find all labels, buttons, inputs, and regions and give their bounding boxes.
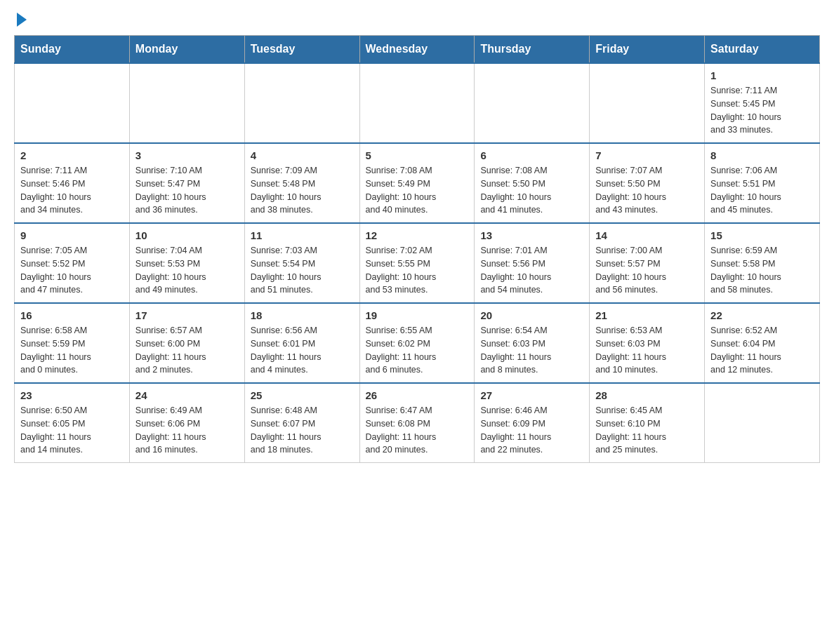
day-number: 25 [251, 389, 354, 401]
day-info: Sunrise: 6:53 AMSunset: 6:03 PMDaylight:… [595, 324, 699, 377]
day-info: Sunrise: 7:01 AMSunset: 5:56 PMDaylight:… [480, 244, 583, 297]
calendar-cell: 12Sunrise: 7:02 AMSunset: 5:55 PMDayligh… [359, 223, 475, 303]
day-info: Sunrise: 6:56 AMSunset: 6:01 PMDaylight:… [251, 324, 354, 377]
day-number: 15 [710, 229, 814, 241]
weekday-header-monday: Monday [129, 36, 244, 64]
day-number: 5 [366, 149, 469, 161]
calendar-cell: 9Sunrise: 7:05 AMSunset: 5:52 PMDaylight… [15, 223, 130, 303]
day-number: 12 [366, 229, 469, 241]
day-number: 21 [595, 309, 699, 321]
day-info: Sunrise: 6:52 AMSunset: 6:04 PMDaylight:… [710, 324, 814, 377]
calendar-cell [705, 383, 820, 463]
day-number: 27 [480, 389, 583, 401]
day-info: Sunrise: 7:06 AMSunset: 5:51 PMDaylight:… [710, 164, 814, 217]
day-info: Sunrise: 7:07 AMSunset: 5:50 PMDaylight:… [595, 164, 699, 217]
day-number: 24 [135, 389, 239, 401]
day-number: 23 [20, 389, 124, 401]
day-info: Sunrise: 6:55 AMSunset: 6:02 PMDaylight:… [366, 324, 469, 377]
day-number: 6 [480, 149, 583, 161]
day-info: Sunrise: 7:00 AMSunset: 5:57 PMDaylight:… [595, 244, 699, 297]
calendar-cell: 4Sunrise: 7:09 AMSunset: 5:48 PMDaylight… [244, 143, 359, 223]
weekday-header-wednesday: Wednesday [359, 36, 475, 64]
day-number: 1 [710, 69, 814, 81]
day-number: 20 [480, 309, 583, 321]
page-header [14, 14, 820, 28]
week-row-4: 16Sunrise: 6:58 AMSunset: 5:59 PMDayligh… [15, 303, 820, 383]
day-number: 16 [20, 309, 124, 321]
day-number: 10 [135, 229, 239, 241]
day-info: Sunrise: 6:46 AMSunset: 6:09 PMDaylight:… [480, 404, 583, 457]
day-info: Sunrise: 7:08 AMSunset: 5:50 PMDaylight:… [480, 164, 583, 217]
day-number: 8 [710, 149, 814, 161]
day-number: 2 [20, 149, 124, 161]
day-number: 28 [595, 389, 699, 401]
week-row-3: 9Sunrise: 7:05 AMSunset: 5:52 PMDaylight… [15, 223, 820, 303]
calendar-cell: 20Sunrise: 6:54 AMSunset: 6:03 PMDayligh… [475, 303, 590, 383]
day-info: Sunrise: 7:11 AMSunset: 5:46 PMDaylight:… [20, 164, 124, 217]
weekday-header-saturday: Saturday [705, 36, 820, 64]
day-info: Sunrise: 6:48 AMSunset: 6:07 PMDaylight:… [251, 404, 354, 457]
calendar-cell: 13Sunrise: 7:01 AMSunset: 5:56 PMDayligh… [475, 223, 590, 303]
day-info: Sunrise: 6:47 AMSunset: 6:08 PMDaylight:… [366, 404, 469, 457]
day-info: Sunrise: 7:08 AMSunset: 5:49 PMDaylight:… [366, 164, 469, 217]
weekday-header-tuesday: Tuesday [244, 36, 359, 64]
calendar-cell: 26Sunrise: 6:47 AMSunset: 6:08 PMDayligh… [359, 383, 475, 463]
week-row-1: 1Sunrise: 7:11 AMSunset: 5:45 PMDaylight… [15, 63, 820, 143]
day-info: Sunrise: 7:09 AMSunset: 5:48 PMDaylight:… [251, 164, 354, 217]
calendar-cell: 21Sunrise: 6:53 AMSunset: 6:03 PMDayligh… [590, 303, 705, 383]
day-info: Sunrise: 6:57 AMSunset: 6:00 PMDaylight:… [135, 324, 239, 377]
day-info: Sunrise: 6:50 AMSunset: 6:05 PMDaylight:… [20, 404, 124, 457]
day-number: 7 [595, 149, 699, 161]
day-info: Sunrise: 6:49 AMSunset: 6:06 PMDaylight:… [135, 404, 239, 457]
day-number: 13 [480, 229, 583, 241]
day-number: 11 [251, 229, 354, 241]
calendar-cell [359, 63, 475, 143]
week-row-2: 2Sunrise: 7:11 AMSunset: 5:46 PMDaylight… [15, 143, 820, 223]
calendar-cell: 15Sunrise: 6:59 AMSunset: 5:58 PMDayligh… [705, 223, 820, 303]
day-info: Sunrise: 6:58 AMSunset: 5:59 PMDaylight:… [20, 324, 124, 377]
calendar-cell: 5Sunrise: 7:08 AMSunset: 5:49 PMDaylight… [359, 143, 475, 223]
weekday-header-thursday: Thursday [475, 36, 590, 64]
day-number: 3 [135, 149, 239, 161]
calendar-cell: 22Sunrise: 6:52 AMSunset: 6:04 PMDayligh… [705, 303, 820, 383]
logo-arrow-icon [17, 13, 27, 27]
calendar-cell: 8Sunrise: 7:06 AMSunset: 5:51 PMDaylight… [705, 143, 820, 223]
calendar-cell: 1Sunrise: 7:11 AMSunset: 5:45 PMDaylight… [705, 63, 820, 143]
calendar-cell: 3Sunrise: 7:10 AMSunset: 5:47 PMDaylight… [129, 143, 244, 223]
calendar-cell [129, 63, 244, 143]
calendar-cell: 25Sunrise: 6:48 AMSunset: 6:07 PMDayligh… [244, 383, 359, 463]
calendar-cell: 16Sunrise: 6:58 AMSunset: 5:59 PMDayligh… [15, 303, 130, 383]
day-number: 26 [366, 389, 469, 401]
day-info: Sunrise: 7:04 AMSunset: 5:53 PMDaylight:… [135, 244, 239, 297]
calendar-cell: 2Sunrise: 7:11 AMSunset: 5:46 PMDaylight… [15, 143, 130, 223]
calendar-table: SundayMondayTuesdayWednesdayThursdayFrid… [14, 35, 820, 463]
calendar-cell: 23Sunrise: 6:50 AMSunset: 6:05 PMDayligh… [15, 383, 130, 463]
calendar-cell: 24Sunrise: 6:49 AMSunset: 6:06 PMDayligh… [129, 383, 244, 463]
calendar-cell [15, 63, 130, 143]
day-number: 18 [251, 309, 354, 321]
calendar-cell: 14Sunrise: 7:00 AMSunset: 5:57 PMDayligh… [590, 223, 705, 303]
calendar-cell [244, 63, 359, 143]
week-row-5: 23Sunrise: 6:50 AMSunset: 6:05 PMDayligh… [15, 383, 820, 463]
logo [14, 14, 27, 28]
calendar-cell: 18Sunrise: 6:56 AMSunset: 6:01 PMDayligh… [244, 303, 359, 383]
day-info: Sunrise: 7:02 AMSunset: 5:55 PMDaylight:… [366, 244, 469, 297]
calendar-cell: 19Sunrise: 6:55 AMSunset: 6:02 PMDayligh… [359, 303, 475, 383]
calendar-cell: 10Sunrise: 7:04 AMSunset: 5:53 PMDayligh… [129, 223, 244, 303]
day-info: Sunrise: 7:05 AMSunset: 5:52 PMDaylight:… [20, 244, 124, 297]
calendar-cell: 17Sunrise: 6:57 AMSunset: 6:00 PMDayligh… [129, 303, 244, 383]
day-number: 9 [20, 229, 124, 241]
weekday-header-sunday: Sunday [15, 36, 130, 64]
day-number: 4 [251, 149, 354, 161]
weekday-header-friday: Friday [590, 36, 705, 64]
day-info: Sunrise: 7:10 AMSunset: 5:47 PMDaylight:… [135, 164, 239, 217]
day-number: 22 [710, 309, 814, 321]
calendar-cell: 6Sunrise: 7:08 AMSunset: 5:50 PMDaylight… [475, 143, 590, 223]
calendar-cell: 28Sunrise: 6:45 AMSunset: 6:10 PMDayligh… [590, 383, 705, 463]
day-number: 17 [135, 309, 239, 321]
calendar-cell: 27Sunrise: 6:46 AMSunset: 6:09 PMDayligh… [475, 383, 590, 463]
day-info: Sunrise: 6:45 AMSunset: 6:10 PMDaylight:… [595, 404, 699, 457]
calendar-cell: 7Sunrise: 7:07 AMSunset: 5:50 PMDaylight… [590, 143, 705, 223]
calendar-cell [590, 63, 705, 143]
day-info: Sunrise: 6:59 AMSunset: 5:58 PMDaylight:… [710, 244, 814, 297]
